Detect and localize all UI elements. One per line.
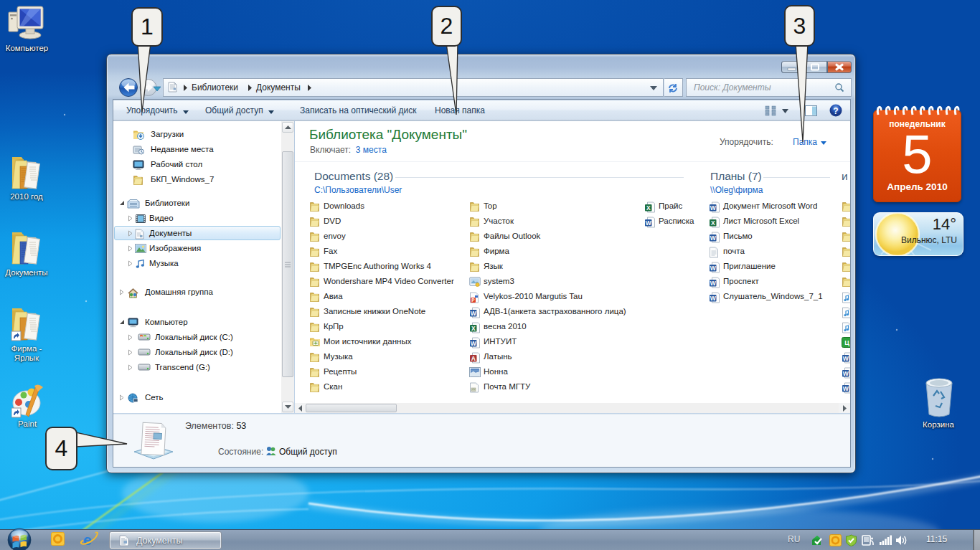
svg-text:W: W	[710, 265, 717, 272]
svg-text:W: W	[710, 280, 717, 287]
svg-text:A: A	[471, 355, 476, 362]
svg-text:W: W	[646, 219, 652, 227]
svg-text:X: X	[711, 219, 715, 227]
svg-text:W: W	[471, 340, 477, 347]
svg-text:W: W	[710, 295, 717, 302]
svg-text:W: W	[471, 310, 477, 317]
svg-text:X: X	[646, 204, 651, 212]
svg-text:?: ?	[833, 106, 838, 116]
svg-text:W: W	[843, 385, 849, 392]
svg-text:W: W	[710, 204, 717, 212]
svg-text:e: e	[83, 531, 92, 547]
svg-text:P: P	[471, 298, 475, 303]
svg-text:X: X	[471, 325, 476, 332]
svg-text:W: W	[843, 370, 849, 377]
svg-text:W: W	[710, 234, 717, 242]
svg-text:W: W	[843, 355, 849, 362]
svg-text:Ц: Ц	[844, 339, 849, 346]
